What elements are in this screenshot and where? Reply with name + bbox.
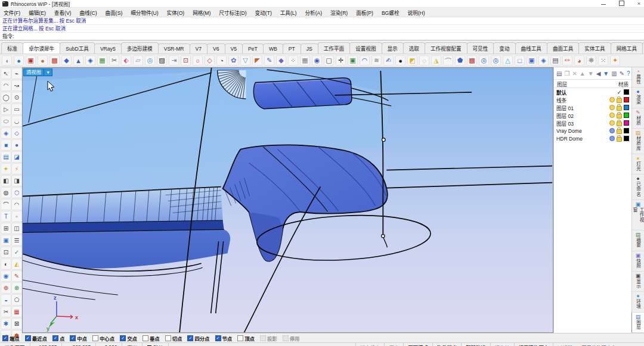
panel-tab-摘要[interactable]: ▤摘要 (632, 230, 644, 251)
osnap-item[interactable]: ✓节点 (215, 335, 233, 342)
osnap-item[interactable]: ✓点 (52, 335, 64, 342)
menu-item[interactable]: 查看(V) (54, 9, 72, 16)
sidebar-tool-icon[interactable]: ◇ (11, 127, 22, 139)
layer-row[interactable]: 默认✓ (554, 88, 631, 96)
osnap-checkbox[interactable]: ✓ (52, 335, 58, 341)
toolbar-icon[interactable]: ◎ (491, 55, 501, 66)
status-toggle[interactable]: 物件锁点 (432, 343, 462, 346)
menu-item[interactable]: 工具(L) (280, 9, 297, 16)
toolbar-icon[interactable]: ⁙ (598, 55, 608, 66)
menu-item[interactable]: 分析(A) (305, 9, 322, 16)
menu-item[interactable]: 文件(F) (4, 9, 20, 16)
toolbar-icon[interactable]: ⌒ (443, 55, 453, 66)
sidebar-tool-icon[interactable]: ↖ (1, 68, 11, 79)
menu-item[interactable]: 网格(M) (193, 9, 210, 16)
layer-row[interactable]: HDR Dome (554, 135, 631, 142)
layer-visibility-bulb-icon[interactable] (609, 113, 615, 118)
sidebar-tool-icon[interactable]: T (1, 211, 11, 222)
status-toggle[interactable]: 锁定格点 (355, 343, 385, 346)
menu-item[interactable]: 尺寸标注(D) (219, 9, 246, 16)
toolbar-icon[interactable]: ◈ (538, 55, 549, 66)
toolbar-icon[interactable]: ● (395, 55, 405, 66)
toolbar-icon[interactable]: ❋ (586, 55, 596, 66)
status-segment[interactable]: y -868.827 (62, 343, 96, 346)
ribbon-tab[interactable]: PT (283, 43, 301, 54)
toolbar-icon[interactable]: ◆ (276, 55, 286, 66)
sidebar-tool-icon[interactable]: ⬠ (11, 294, 22, 306)
layer-visibility-bulb-icon[interactable] (609, 97, 615, 102)
menu-item[interactable]: 说明(H) (408, 9, 425, 16)
osnap-checkbox[interactable] (260, 335, 266, 341)
status-segment[interactable]: z 0.000 (96, 343, 122, 346)
ribbon-tab[interactable]: V6 (207, 43, 225, 54)
ribbon-tab[interactable]: 多边形建模 (121, 42, 159, 54)
toolbar-icon[interactable]: ▦ (300, 55, 310, 66)
toolbar-icon[interactable]: ▩ (467, 55, 477, 66)
layer-color-swatch[interactable] (624, 89, 629, 95)
layer-visibility-bulb-icon[interactable] (609, 120, 615, 126)
sidebar-tool-icon[interactable]: ◡ (11, 116, 22, 127)
layers-tool-icon[interactable]: ◀ (596, 70, 601, 77)
toolbar-icon[interactable]: ◇ (205, 55, 215, 66)
status-segment[interactable]: x 183.935 (30, 343, 63, 346)
ribbon-tab[interactable]: SubD工具 (60, 42, 95, 54)
layer-color-swatch[interactable] (624, 120, 629, 126)
osnap-checkbox[interactable]: ✓ (70, 335, 76, 341)
panel-tab-已命名[interactable]: ●已命名 (632, 174, 644, 200)
toolbar-icon[interactable]: ◎ (145, 55, 155, 66)
layer-row[interactable]: 图层 03 (554, 119, 631, 127)
menu-item[interactable]: 曲线(C) (79, 9, 97, 16)
menu-item[interactable]: BG螺栓 (382, 9, 400, 16)
ribbon-tab[interactable]: V5 (225, 43, 243, 54)
toolbar-icon[interactable]: ≋ (371, 55, 382, 66)
osnap-checkbox[interactable]: ✓ (187, 335, 193, 341)
toolbar-icon[interactable]: ✎ (264, 55, 274, 66)
sidebar-tool-icon[interactable]: ◧ (1, 175, 11, 186)
sidebar-tool-icon[interactable]: ◠ (1, 80, 11, 91)
ribbon-tab[interactable]: 可见性 (467, 42, 494, 54)
toolbar-icon[interactable]: ✦ (610, 55, 620, 66)
layers-tool-icon[interactable]: ▼ (603, 70, 609, 77)
toolbar-icon[interactable]: ▣ (26, 55, 36, 66)
panel-tab-属性[interactable]: ◔属性 (632, 67, 644, 88)
toolbar-icon[interactable]: ▦ (97, 55, 107, 66)
toolbar-icon[interactable]: ▤ (550, 55, 561, 66)
ribbon-tab[interactable]: V7 (190, 43, 208, 54)
osnap-item[interactable]: 投影 (260, 335, 277, 342)
layer-lock-icon[interactable] (617, 137, 622, 142)
menu-item[interactable]: 编辑(E) (29, 9, 46, 16)
osnap-item[interactable]: 切点 (165, 335, 182, 342)
sidebar-tool-icon[interactable]: ◉ (1, 270, 11, 282)
ribbon-tab[interactable]: 工作视窗配置 (425, 42, 467, 54)
ribbon-tab[interactable]: 选取 (403, 42, 425, 54)
sidebar-tool-icon[interactable]: ◫ (11, 223, 22, 234)
sidebar-tool-icon[interactable]: ✦ (1, 163, 11, 174)
layer-row[interactable]: 线条 (554, 96, 631, 104)
layer-visibility-bulb-icon[interactable] (609, 136, 615, 141)
layer-color-swatch[interactable] (624, 136, 629, 141)
sidebar-tool-icon[interactable]: ◯ (1, 92, 11, 103)
panel-tab-灯光[interactable]: ●灯光 (632, 154, 644, 174)
layer-lock-icon[interactable] (617, 129, 622, 134)
menu-item[interactable]: 细分物件(U) (131, 9, 158, 16)
sidebar-tool-icon[interactable]: ☰ (11, 235, 22, 246)
toolbar-icon[interactable]: ◠ (360, 55, 370, 66)
sidebar-tool-icon[interactable]: ⊠ (11, 318, 22, 329)
ribbon-tab[interactable]: 网格工具 (611, 42, 643, 54)
toolbar-icon[interactable]: ✍ (383, 55, 394, 66)
layer-row[interactable]: 图层 02 (554, 111, 631, 119)
osnap-item[interactable]: 中心点 (92, 335, 114, 342)
osnap-item[interactable]: 停用 (283, 335, 300, 342)
toolbar-icon[interactable]: ◌ (419, 55, 429, 66)
sidebar-tool-icon[interactable]: ⊕ (1, 282, 11, 294)
sidebar-tool-icon[interactable]: ⊙ (11, 92, 22, 103)
status-toggle[interactable]: 正交 (384, 343, 403, 346)
toolbar-icon[interactable]: ✿ (228, 55, 239, 66)
status-toggle[interactable]: 记录建构历史 (514, 343, 553, 346)
osnap-checkbox[interactable] (165, 335, 171, 341)
menu-item[interactable]: 面板(P) (356, 9, 373, 16)
sidebar-tool-icon[interactable]: ✂ (1, 306, 11, 317)
ribbon-tab[interactable]: 曲线工具 (515, 42, 547, 54)
toolbar-icon[interactable]: ◎ (479, 55, 489, 66)
sidebar-tool-icon[interactable]: ● (11, 139, 22, 151)
